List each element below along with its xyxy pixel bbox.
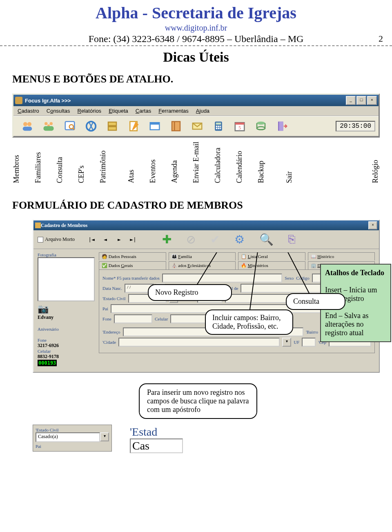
- crop-pai-label: Pai: [36, 444, 109, 449]
- sexo-label: Sexo: [285, 276, 294, 280]
- agenda-icon[interactable]: [169, 119, 183, 134]
- bairro-label[interactable]: 'Bairro: [306, 329, 318, 334]
- svg-rect-19: [216, 122, 221, 125]
- vlabel: Calendário: [235, 142, 244, 183]
- menu-etiqueta[interactable]: Etiqueta: [109, 108, 128, 114]
- cell-value: 8832-9178: [38, 354, 95, 360]
- calculator-icon[interactable]: [211, 119, 226, 134]
- cadastro-title: Cadastro de Membros: [41, 223, 87, 229]
- tab-familia[interactable]: 👪 Família: [169, 252, 236, 260]
- document-header: Alpha - Secretaria de Igrejas www.digito…: [0, 0, 392, 45]
- vlabel: Atas: [127, 142, 136, 183]
- cep-icon[interactable]: [84, 119, 98, 134]
- vlabel: Patrimônio: [99, 142, 107, 183]
- vlabel: Calculadora: [214, 142, 222, 183]
- clock-display: 20:35:00: [336, 121, 375, 131]
- cidade-label[interactable]: 'Cidade: [102, 340, 116, 345]
- main-toolbar: 5 20:35:00: [13, 116, 379, 136]
- crop-big1: 'Estad: [130, 425, 183, 439]
- exit-icon[interactable]: [275, 119, 290, 134]
- svg-point-3: [45, 122, 48, 125]
- settings-button[interactable]: ⚙: [234, 233, 245, 246]
- nav-first[interactable]: |◄: [87, 236, 96, 243]
- vlabel: Agenda: [170, 142, 179, 183]
- patrimony-icon[interactable]: [105, 119, 120, 134]
- cadastro-toolbar: Arquivo Morto |◄ ◄ ► ►| ✚ ⊘ ✔ ⚙ 🔍 ⎘: [33, 230, 379, 249]
- nome-label: Nome* F5 para transferir dados: [102, 276, 160, 280]
- nav-last[interactable]: ►|: [129, 236, 138, 243]
- tab-historico[interactable]: 📖 Histórico: [308, 252, 375, 260]
- minimize-button[interactable]: _: [346, 96, 356, 105]
- arquivo-morto-checkbox[interactable]: [38, 237, 43, 243]
- events-icon[interactable]: [147, 119, 162, 134]
- maximize-button[interactable]: □: [356, 96, 366, 105]
- nav-next[interactable]: ►: [115, 236, 124, 243]
- menu-cartas[interactable]: Cartas: [136, 108, 151, 114]
- menu-ferramentas[interactable]: Ferramentas: [158, 108, 189, 114]
- search-button[interactable]: 🔍: [259, 233, 274, 246]
- backup-icon[interactable]: [254, 119, 268, 134]
- menu-relatorios[interactable]: Relatórios: [78, 108, 102, 114]
- new-record-button[interactable]: ✚: [162, 233, 172, 246]
- crop-zoom: 'Estad Cas: [128, 425, 185, 454]
- camera-icon[interactable]: 📷: [38, 304, 49, 314]
- vlabel: Backup: [257, 142, 265, 183]
- consult-icon[interactable]: [62, 119, 77, 134]
- svg-text:5: 5: [238, 125, 241, 131]
- svg-point-0: [23, 122, 27, 126]
- celular-label: Celular: [155, 316, 168, 321]
- crop-big2: Cas: [130, 439, 183, 453]
- cadastro-window: Cadastro de Membros × Arquivo Morto |◄ ◄…: [33, 220, 380, 373]
- menu-consultas[interactable]: Consultas: [47, 108, 70, 114]
- nav-group: |◄ ◄ ► ►|: [87, 236, 138, 243]
- tab-lista-geral[interactable]: 📋 Lista Geral: [238, 252, 305, 260]
- counter-lcd: 000193: [38, 360, 57, 366]
- vlabel: Familiares: [34, 142, 42, 183]
- calendar-icon[interactable]: 5: [232, 119, 247, 134]
- subtitle: Dicas Úteis: [0, 49, 392, 65]
- shortcut-end: End – Salva as alterações no registro at…: [325, 312, 368, 337]
- photo-box: [38, 257, 95, 301]
- vlabel: Enviar E-mail: [192, 142, 200, 183]
- svg-rect-25: [220, 128, 221, 129]
- vlabel: Relógio: [371, 142, 380, 183]
- tab-dados-gerais[interactable]: ✅ Dados Gerais: [99, 261, 166, 269]
- fone-field[interactable]: [114, 314, 152, 323]
- svg-rect-15: [172, 122, 180, 131]
- svg-rect-23: [216, 128, 218, 129]
- section1-heading: MENUS E BOTÕES DE ATALHO.: [0, 73, 392, 85]
- email-icon[interactable]: [190, 119, 205, 134]
- svg-rect-20: [216, 126, 218, 127]
- tab-eclesiasticos[interactable]: ⛪ ados Eclesiásticos: [169, 261, 236, 269]
- uf2-field[interactable]: [302, 338, 316, 347]
- celular-field[interactable]: [170, 314, 209, 323]
- menu-cadastro[interactable]: Cadastro: [18, 108, 39, 114]
- svg-point-4: [50, 122, 53, 125]
- cancel-button[interactable]: ⊘: [186, 233, 196, 246]
- crop-estado-label[interactable]: 'Estado Civil: [36, 427, 109, 432]
- close-button[interactable]: ×: [367, 96, 377, 105]
- exit-button[interactable]: ⎘: [288, 233, 295, 246]
- dropdown-icon[interactable]: ▾: [282, 338, 291, 347]
- nome-field[interactable]: [162, 274, 282, 283]
- section2-heading: FORMULÁRIO DE CADASTRO DE MEMBROS: [0, 199, 392, 211]
- svg-rect-22: [220, 126, 221, 127]
- estado-civil-label[interactable]: 'Estado Civil: [102, 296, 126, 301]
- endereco-label[interactable]: 'Endereço: [102, 329, 120, 334]
- tab-dados-pessoais[interactable]: 🧑 Dados Pessoais: [99, 252, 166, 260]
- nav-prev[interactable]: ◄: [101, 236, 110, 243]
- svg-rect-11: [108, 125, 116, 127]
- atas-icon[interactable]: [126, 119, 141, 134]
- cadastro-close-button[interactable]: ×: [368, 221, 377, 229]
- pai-label: Pai: [102, 306, 108, 311]
- cidade-field[interactable]: [118, 338, 280, 347]
- crop-estado-value[interactable]: Casado(a): [36, 432, 100, 442]
- menu-ajuda[interactable]: Ajuda: [196, 108, 209, 114]
- family-icon[interactable]: [41, 119, 56, 134]
- vlabel: CEP's: [77, 142, 86, 183]
- svg-point-1: [27, 122, 31, 126]
- members-icon[interactable]: [20, 119, 35, 134]
- save-button[interactable]: ✔: [210, 233, 220, 246]
- tab-ministerios[interactable]: 🔥 Ministérios: [238, 261, 305, 269]
- dropdown-icon[interactable]: ▾: [100, 432, 109, 441]
